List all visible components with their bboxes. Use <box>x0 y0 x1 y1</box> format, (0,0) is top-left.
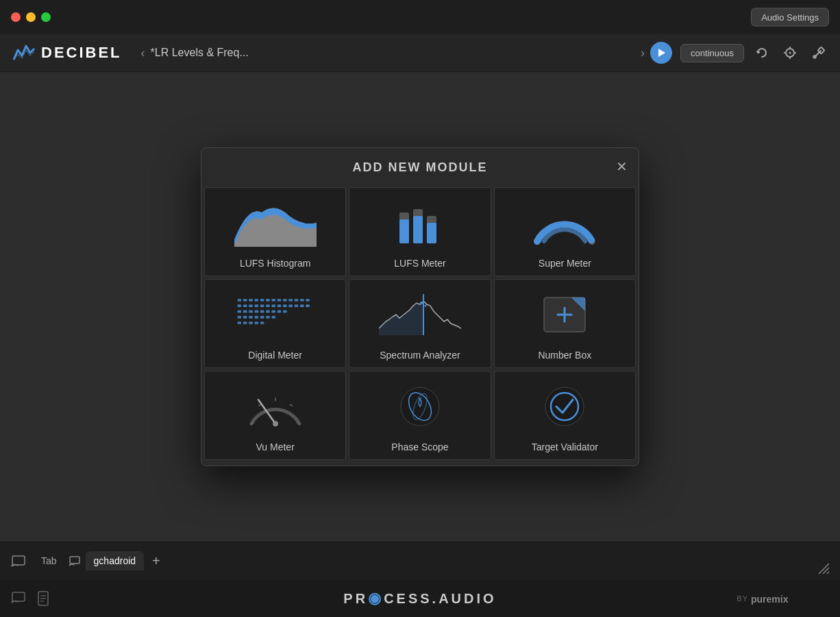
digital-meter-label: Digital Meter <box>248 350 302 361</box>
svg-rect-27 <box>306 299 310 302</box>
svg-rect-21 <box>271 299 275 302</box>
footer-doc-icon[interactable] <box>37 591 49 606</box>
svg-rect-24 <box>288 299 293 302</box>
svg-rect-22 <box>277 299 281 302</box>
header-bar: DECIBEL ‹ *LR Levels & Freq... › continu… <box>0 34 840 72</box>
close-button[interactable] <box>11 12 21 22</box>
module-item-spectrum-analyzer[interactable]: Spectrum Analyzer <box>349 279 491 368</box>
svg-rect-36 <box>283 304 287 307</box>
target-validator-preview <box>500 380 630 433</box>
svg-rect-48 <box>277 311 281 313</box>
svg-rect-37 <box>288 304 293 307</box>
number-box-preview <box>500 288 630 341</box>
svg-rect-81 <box>12 556 25 565</box>
lufs-meter-label: LUFS Meter <box>394 258 445 269</box>
svg-rect-30 <box>249 304 253 307</box>
svg-point-64 <box>424 305 426 307</box>
footer-logo: PR◉CESS.AUDIO <box>343 590 496 607</box>
svg-rect-54 <box>260 316 264 319</box>
svg-rect-20 <box>266 299 270 302</box>
nav-prev-button[interactable]: ‹ <box>136 43 151 63</box>
svg-rect-49 <box>283 311 287 313</box>
nav-next-button[interactable]: › <box>635 43 650 63</box>
svg-rect-12 <box>413 216 423 243</box>
spectrum-analyzer-label: Spectrum Analyzer <box>380 350 460 361</box>
continuous-button[interactable]: continuous <box>680 44 744 62</box>
svg-rect-16 <box>243 299 247 302</box>
svg-rect-31 <box>254 304 258 307</box>
traffic-lights <box>11 12 51 22</box>
module-item-lufs-histogram[interactable]: LUFS Histogram <box>204 187 346 276</box>
cast-icon[interactable] <box>11 555 26 567</box>
super-meter-preview <box>500 196 630 250</box>
svg-rect-34 <box>271 304 275 307</box>
modal-header: ADD NEW MODULE ✕ <box>201 148 639 184</box>
svg-line-87 <box>827 572 829 574</box>
modal-close-button[interactable]: ✕ <box>616 160 628 173</box>
refresh-button[interactable] <box>752 43 771 62</box>
puremix-logo: puremix <box>751 592 799 605</box>
svg-rect-28 <box>237 304 241 307</box>
footer-right: BY puremix <box>737 592 799 605</box>
resize-handle <box>815 560 829 574</box>
modal-overlay: ADD NEW MODULE ✕ <box>0 72 840 542</box>
number-box-label: Number Box <box>538 350 591 361</box>
phase-scope-label: Phase Scope <box>391 441 448 452</box>
super-meter-label: Super Meter <box>539 258 591 269</box>
lufs-meter-preview <box>355 196 484 250</box>
svg-line-71 <box>258 404 261 406</box>
svg-rect-60 <box>254 322 258 324</box>
lufs-histogram-preview <box>210 196 340 250</box>
logo-text: DECIBEL <box>41 44 122 62</box>
svg-rect-56 <box>271 316 275 319</box>
svg-rect-14 <box>427 223 436 243</box>
svg-rect-25 <box>294 299 298 302</box>
add-module-modal: ADD NEW MODULE ✕ <box>201 147 639 466</box>
minimize-button[interactable] <box>26 12 36 22</box>
svg-rect-46 <box>266 311 270 313</box>
module-grid: LUFS Histogram <box>201 184 639 465</box>
target-validator-label: Target Validator <box>532 441 598 452</box>
svg-rect-18 <box>254 299 258 302</box>
crosshair-icon <box>782 45 798 60</box>
modal-title: ADD NEW MODULE <box>353 160 488 175</box>
svg-rect-42 <box>243 311 247 313</box>
digital-meter-preview <box>210 288 340 341</box>
svg-point-82 <box>12 565 14 567</box>
vu-meter-label: Vu Meter <box>256 441 295 452</box>
eyedropper-button[interactable] <box>808 43 829 63</box>
audio-settings-button[interactable]: Audio Settings <box>751 8 829 27</box>
module-item-lufs-meter[interactable]: LUFS Meter <box>349 187 491 276</box>
title-bar: Audio Settings <box>0 0 840 34</box>
play-button[interactable] <box>650 42 672 64</box>
svg-rect-15 <box>237 299 241 302</box>
refresh-icon <box>755 46 769 60</box>
module-item-phase-scope[interactable]: Phase Scope <box>349 371 491 460</box>
svg-rect-51 <box>243 316 247 319</box>
tab-bar: Tab gchadroid + <box>0 542 840 579</box>
tab-cast-icon <box>69 556 82 566</box>
footer-cast-icon[interactable] <box>11 591 26 606</box>
svg-point-5 <box>789 52 791 54</box>
module-item-target-validator[interactable]: Target Validator <box>494 371 636 460</box>
maximize-button[interactable] <box>41 12 51 22</box>
eyedropper-icon <box>811 45 826 60</box>
add-tab-button[interactable]: + <box>147 551 166 572</box>
svg-rect-33 <box>266 304 270 307</box>
svg-rect-26 <box>300 299 304 302</box>
header-controls: continuous <box>650 42 829 64</box>
svg-rect-44 <box>254 311 258 313</box>
svg-text:puremix: puremix <box>751 594 789 605</box>
svg-rect-38 <box>294 304 298 307</box>
module-item-vu-meter[interactable]: Vu Meter <box>204 371 346 460</box>
svg-rect-57 <box>237 322 241 324</box>
module-item-super-meter[interactable]: Super Meter <box>494 187 636 276</box>
svg-rect-88 <box>12 592 25 601</box>
svg-rect-32 <box>260 304 264 307</box>
module-item-digital-meter[interactable]: Digital Meter <box>204 279 346 368</box>
active-tab[interactable]: gchadroid <box>86 551 145 570</box>
crosshair-button[interactable] <box>780 43 800 63</box>
module-item-number-box[interactable]: Number Box <box>494 279 636 368</box>
phase-scope-preview <box>355 380 484 433</box>
svg-rect-40 <box>306 304 310 307</box>
